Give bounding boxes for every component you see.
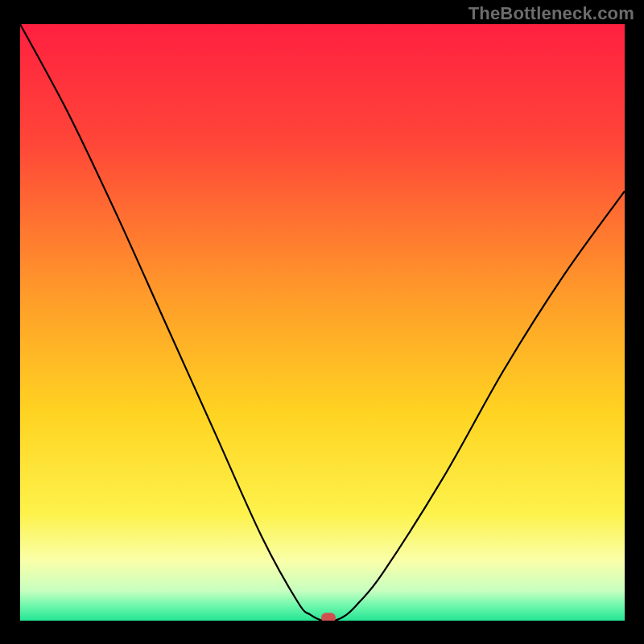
optimal-marker-icon [321,613,336,621]
chart-frame: TheBottleneck.com [0,0,644,644]
optimal-marker-layer [20,24,625,621]
watermark-text: TheBottleneck.com [469,3,634,24]
plot-area [20,24,625,621]
